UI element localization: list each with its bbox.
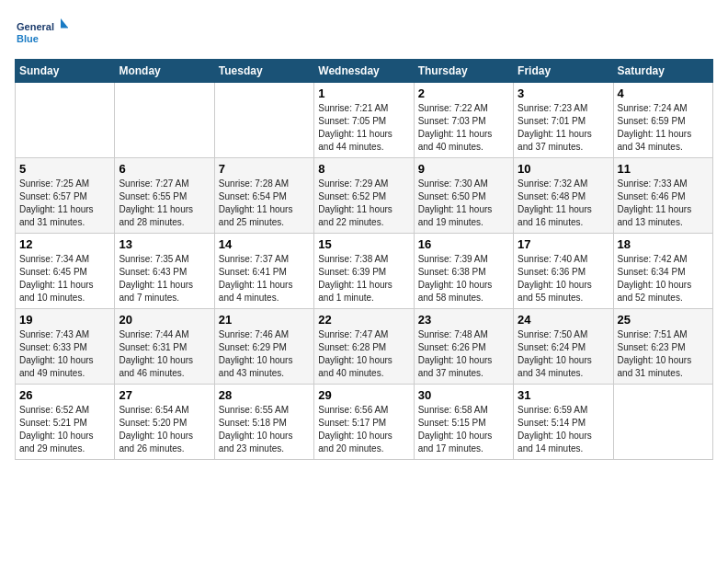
day-number: 15 xyxy=(318,237,409,251)
day-number: 11 xyxy=(618,162,709,176)
calendar-cell: 10Sunrise: 7:32 AM Sunset: 6:48 PM Dayli… xyxy=(514,158,613,234)
day-header-tuesday: Tuesday xyxy=(214,60,313,83)
day-info: Sunrise: 7:39 AM Sunset: 6:38 PM Dayligh… xyxy=(418,253,509,304)
calendar-cell: 11Sunrise: 7:33 AM Sunset: 6:46 PM Dayli… xyxy=(613,158,712,234)
calendar-week-5: 26Sunrise: 6:52 AM Sunset: 5:21 PM Dayli… xyxy=(16,385,713,460)
calendar-cell xyxy=(16,83,115,158)
day-number: 22 xyxy=(318,313,409,327)
calendar-cell: 28Sunrise: 6:55 AM Sunset: 5:18 PM Dayli… xyxy=(214,385,313,460)
day-number: 19 xyxy=(19,313,110,327)
day-number: 25 xyxy=(618,313,709,327)
calendar-cell: 21Sunrise: 7:46 AM Sunset: 6:29 PM Dayli… xyxy=(214,309,313,385)
day-info: Sunrise: 7:22 AM Sunset: 7:03 PM Dayligh… xyxy=(418,102,509,154)
day-header-friday: Friday xyxy=(514,60,613,83)
calendar-cell: 6Sunrise: 7:27 AM Sunset: 6:55 PM Daylig… xyxy=(115,158,214,234)
day-number: 7 xyxy=(219,162,310,176)
calendar-cell xyxy=(214,83,313,158)
day-number: 23 xyxy=(418,313,509,327)
day-info: Sunrise: 6:56 AM Sunset: 5:17 PM Dayligh… xyxy=(318,404,409,455)
day-info: Sunrise: 7:38 AM Sunset: 6:39 PM Dayligh… xyxy=(318,253,409,304)
day-number: 9 xyxy=(418,162,509,176)
day-info: Sunrise: 7:24 AM Sunset: 6:59 PM Dayligh… xyxy=(618,102,709,154)
day-number: 24 xyxy=(518,313,609,327)
calendar-cell: 26Sunrise: 6:52 AM Sunset: 5:21 PM Dayli… xyxy=(16,385,115,460)
day-info: Sunrise: 7:40 AM Sunset: 6:36 PM Dayligh… xyxy=(518,253,609,304)
day-info: Sunrise: 7:35 AM Sunset: 6:43 PM Dayligh… xyxy=(119,253,210,304)
calendar-cell xyxy=(613,385,712,460)
calendar-week-2: 5Sunrise: 7:25 AM Sunset: 6:57 PM Daylig… xyxy=(16,158,713,234)
calendar-cell: 3Sunrise: 7:23 AM Sunset: 7:01 PM Daylig… xyxy=(514,83,613,158)
day-number: 12 xyxy=(19,237,110,251)
day-info: Sunrise: 7:30 AM Sunset: 6:50 PM Dayligh… xyxy=(418,178,509,229)
day-info: Sunrise: 6:55 AM Sunset: 5:18 PM Dayligh… xyxy=(219,404,310,455)
calendar-cell: 22Sunrise: 7:47 AM Sunset: 6:28 PM Dayli… xyxy=(314,309,414,385)
calendar-week-1: 1Sunrise: 7:21 AM Sunset: 7:05 PM Daylig… xyxy=(16,83,713,158)
day-number: 21 xyxy=(219,313,310,327)
day-number: 18 xyxy=(618,237,709,251)
day-info: Sunrise: 7:43 AM Sunset: 6:33 PM Dayligh… xyxy=(19,328,110,380)
calendar-cell: 31Sunrise: 6:59 AM Sunset: 5:14 PM Dayli… xyxy=(514,385,613,460)
page-header: General Blue xyxy=(15,15,713,52)
day-number: 17 xyxy=(518,237,609,251)
day-info: Sunrise: 6:58 AM Sunset: 5:15 PM Dayligh… xyxy=(418,404,509,455)
day-info: Sunrise: 7:28 AM Sunset: 6:54 PM Dayligh… xyxy=(219,178,310,229)
day-info: Sunrise: 7:47 AM Sunset: 6:28 PM Dayligh… xyxy=(318,328,409,380)
day-number: 27 xyxy=(119,388,210,402)
day-info: Sunrise: 7:29 AM Sunset: 6:52 PM Dayligh… xyxy=(318,178,409,229)
calendar-cell: 19Sunrise: 7:43 AM Sunset: 6:33 PM Dayli… xyxy=(16,309,115,385)
calendar-cell: 1Sunrise: 7:21 AM Sunset: 7:05 PM Daylig… xyxy=(314,83,414,158)
day-number: 2 xyxy=(418,86,509,100)
calendar-cell: 27Sunrise: 6:54 AM Sunset: 5:20 PM Dayli… xyxy=(115,385,214,460)
day-number: 8 xyxy=(318,162,409,176)
day-info: Sunrise: 7:42 AM Sunset: 6:34 PM Dayligh… xyxy=(618,253,709,304)
day-info: Sunrise: 7:34 AM Sunset: 6:45 PM Dayligh… xyxy=(19,253,110,304)
day-info: Sunrise: 7:25 AM Sunset: 6:57 PM Dayligh… xyxy=(19,178,110,229)
day-number: 13 xyxy=(119,237,210,251)
day-number: 6 xyxy=(119,162,210,176)
day-header-thursday: Thursday xyxy=(414,60,513,83)
calendar-week-3: 12Sunrise: 7:34 AM Sunset: 6:45 PM Dayli… xyxy=(16,234,713,309)
day-number: 30 xyxy=(418,388,509,402)
day-number: 28 xyxy=(219,388,310,402)
day-number: 31 xyxy=(518,388,609,402)
svg-text:General: General xyxy=(17,21,54,32)
day-info: Sunrise: 7:51 AM Sunset: 6:23 PM Dayligh… xyxy=(618,328,709,380)
calendar-cell: 25Sunrise: 7:51 AM Sunset: 6:23 PM Dayli… xyxy=(613,309,712,385)
day-info: Sunrise: 7:46 AM Sunset: 6:29 PM Dayligh… xyxy=(219,328,310,380)
calendar-cell: 2Sunrise: 7:22 AM Sunset: 7:03 PM Daylig… xyxy=(414,83,513,158)
day-number: 10 xyxy=(518,162,609,176)
day-number: 4 xyxy=(618,86,709,100)
day-info: Sunrise: 7:48 AM Sunset: 6:26 PM Dayligh… xyxy=(418,328,509,380)
calendar-cell: 13Sunrise: 7:35 AM Sunset: 6:43 PM Dayli… xyxy=(115,234,214,309)
logo: General Blue xyxy=(15,15,70,52)
calendar-cell: 17Sunrise: 7:40 AM Sunset: 6:36 PM Dayli… xyxy=(514,234,613,309)
svg-text:Blue: Blue xyxy=(17,33,39,44)
calendar-cell: 16Sunrise: 7:39 AM Sunset: 6:38 PM Dayli… xyxy=(414,234,513,309)
day-info: Sunrise: 7:33 AM Sunset: 6:46 PM Dayligh… xyxy=(618,178,709,229)
day-number: 26 xyxy=(19,388,110,402)
day-info: Sunrise: 7:21 AM Sunset: 7:05 PM Dayligh… xyxy=(318,102,409,154)
day-info: Sunrise: 7:27 AM Sunset: 6:55 PM Dayligh… xyxy=(119,178,210,229)
day-info: Sunrise: 7:37 AM Sunset: 6:41 PM Dayligh… xyxy=(219,253,310,304)
day-number: 14 xyxy=(219,237,310,251)
day-header-sunday: Sunday xyxy=(16,60,115,83)
calendar-cell: 9Sunrise: 7:30 AM Sunset: 6:50 PM Daylig… xyxy=(414,158,513,234)
day-info: Sunrise: 6:52 AM Sunset: 5:21 PM Dayligh… xyxy=(19,404,110,455)
calendar-cell: 12Sunrise: 7:34 AM Sunset: 6:45 PM Dayli… xyxy=(16,234,115,309)
calendar-cell: 7Sunrise: 7:28 AM Sunset: 6:54 PM Daylig… xyxy=(214,158,313,234)
calendar-cell: 14Sunrise: 7:37 AM Sunset: 6:41 PM Dayli… xyxy=(214,234,313,309)
day-number: 3 xyxy=(518,86,609,100)
calendar-cell: 18Sunrise: 7:42 AM Sunset: 6:34 PM Dayli… xyxy=(613,234,712,309)
calendar-cell: 15Sunrise: 7:38 AM Sunset: 6:39 PM Dayli… xyxy=(314,234,414,309)
day-info: Sunrise: 7:32 AM Sunset: 6:48 PM Dayligh… xyxy=(518,178,609,229)
calendar-cell: 24Sunrise: 7:50 AM Sunset: 6:24 PM Dayli… xyxy=(514,309,613,385)
logo-svg: General Blue xyxy=(15,15,70,52)
day-info: Sunrise: 7:50 AM Sunset: 6:24 PM Dayligh… xyxy=(518,328,609,380)
day-number: 20 xyxy=(119,313,210,327)
day-number: 29 xyxy=(318,388,409,402)
day-number: 1 xyxy=(318,86,409,100)
calendar-cell: 4Sunrise: 7:24 AM Sunset: 6:59 PM Daylig… xyxy=(613,83,712,158)
day-header-monday: Monday xyxy=(115,60,214,83)
day-info: Sunrise: 6:54 AM Sunset: 5:20 PM Dayligh… xyxy=(119,404,210,455)
day-info: Sunrise: 7:44 AM Sunset: 6:31 PM Dayligh… xyxy=(119,328,210,380)
